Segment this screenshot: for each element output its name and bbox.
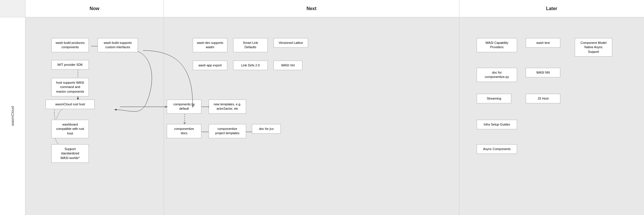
header-now: Now [25,0,164,17]
node-doc-componentize-py: doc forcomponentize-py [477,68,517,82]
node-host-supports: host supports WASIcommand andreactor com… [51,78,89,96]
main: Now Next Later [25,0,644,215]
node-wash-app-export: wash app export [193,61,227,70]
node-infra-setup: Infra Setup Guides [477,120,517,129]
node-wasmcloud-rust: wasmCloud rust host [46,100,95,109]
now-arrows [25,17,164,215]
col-later: WASI CapabilityProviders wash test Compo… [459,17,644,215]
node-components-by-default: components bydefault [167,100,201,114]
node-support-wasi: Support standardizedWASI worlds* [51,144,89,163]
node-new-templates: new templates, e.g.actor2actor, etc [209,100,246,114]
sidebar-top [0,0,25,17]
node-js-host: JS Host [526,94,560,103]
node-smart-link: Smart Link Defaults [233,38,268,52]
node-async-components: Async Components [477,144,517,154]
node-link-defs: Link Defs 2.0 [233,61,268,70]
node-streaming: Streaming [477,94,511,103]
node-washboard: washboardcompatible with rusthost [51,120,89,138]
content: wash build producescomponents wash build… [25,17,644,215]
root: wasmCloud Now Next Later [0,0,644,215]
node-versioned-lattice: Versioned Lattice [274,38,308,48]
node-doc-for-jco: doc for jco [252,124,281,134]
node-wit-provider: WIT provider SDK [51,60,89,70]
node-wash-dev: wash dev supportswadm [193,38,227,52]
col-next: wash dev supportswadm Smart Link Default… [164,17,459,215]
node-componentize-project: componentizeproject templates [209,124,246,138]
node-wasi-virt: WASI Virt [274,61,302,70]
node-wasi-capability: WASI CapabilityProviders [477,38,517,52]
sidebar-label: wasmCloud [0,17,25,215]
header-next: Next [164,0,459,17]
sidebar: wasmCloud [0,0,25,215]
col-now: wash build producescomponents wash build… [25,17,164,215]
node-component-model: Component ModelNative AsyncSupport [575,38,612,57]
node-wasi-nn: WASI NN [526,68,560,77]
node-wash-build: wash build producescomponents [51,38,89,52]
header: Now Next Later [25,0,644,17]
node-componentize-docs: componentize docs [167,124,201,138]
node-wash-build-custom: wash build supportscustom interfaces [98,38,138,52]
header-later: Later [459,0,644,17]
node-wash-test: wash test [526,38,560,48]
